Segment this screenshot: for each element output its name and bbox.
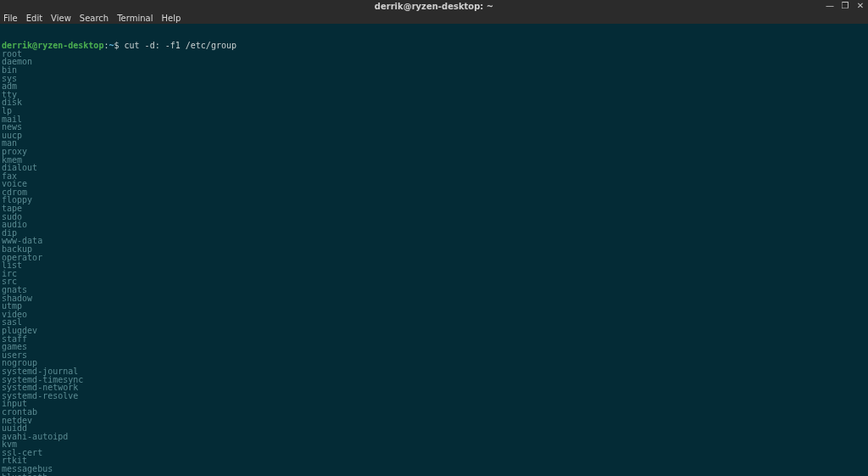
output-line: dialout <box>2 164 866 172</box>
output-line: input <box>2 400 866 408</box>
output-line: avahi-autoipd <box>2 433 866 441</box>
window-title: derrik@ryzen-desktop: ~ <box>375 2 493 11</box>
output-line: kmem <box>2 156 866 165</box>
prompt-line: derrik@ryzen-desktop:~$ cut -d: -f1 /etc… <box>2 42 866 50</box>
output-line: audio <box>2 221 866 229</box>
prompt-command: cut -d: -f1 /etc/group <box>125 41 236 50</box>
output-line: floppy <box>2 196 866 204</box>
window-titlebar: derrik@ryzen-desktop: ~ — ❐ ✕ <box>0 0 868 12</box>
output-line: mail <box>2 115 866 124</box>
output-line: plugdev <box>2 327 866 335</box>
output-line: bin <box>2 66 866 75</box>
output-line: man <box>2 139 866 148</box>
output-line: uucp <box>2 132 866 140</box>
output-line: proxy <box>2 148 866 156</box>
window-controls: — ❐ ✕ <box>826 0 865 12</box>
menu-terminal[interactable]: Terminal <box>117 14 153 23</box>
output-line: messagebus <box>2 465 866 473</box>
output-line: systemd-journal <box>2 367 866 376</box>
output-line: bluetooth <box>2 473 866 476</box>
terminal-viewport[interactable]: derrik@ryzen-desktop:~$ cut -d: -f1 /etc… <box>0 24 868 476</box>
output-line: sudo <box>2 213 866 221</box>
output-line: operator <box>2 254 866 262</box>
output-line: users <box>2 351 866 360</box>
output-line: voice <box>2 180 866 188</box>
output-line: tty <box>2 91 866 99</box>
output-line: cdrom <box>2 188 866 197</box>
output-line: ssl-cert <box>2 449 866 457</box>
output-line: kvm <box>2 440 866 449</box>
menu-view[interactable]: View <box>51 14 71 23</box>
output-line: src <box>2 277 866 286</box>
menu-edit[interactable]: Edit <box>26 14 42 23</box>
output-line: daemon <box>2 58 866 66</box>
output-line: www-data <box>2 237 866 245</box>
output-line: backup <box>2 245 866 254</box>
output-line: utmp <box>2 302 866 311</box>
output-line: irc <box>2 270 866 278</box>
output-line: disk <box>2 98 866 107</box>
maximize-icon[interactable]: ❐ <box>841 2 849 10</box>
output-line: list <box>2 261 866 270</box>
output-line: root <box>2 50 866 59</box>
output-line: systemd-network <box>2 384 866 392</box>
output-line: games <box>2 343 866 351</box>
output-line: nogroup <box>2 359 866 367</box>
output-line: gnats <box>2 286 866 294</box>
terminal-output: rootdaemonbinsysadmttydisklpmailnewsuucp… <box>2 50 866 476</box>
close-icon[interactable]: ✕ <box>856 2 865 10</box>
output-line: tape <box>2 204 866 213</box>
menu-file[interactable]: File <box>3 14 18 23</box>
output-line: systemd-timesync <box>2 376 866 384</box>
output-line: fax <box>2 172 866 181</box>
prompt-dollar: $ <box>114 41 124 50</box>
output-line: shadow <box>2 294 866 303</box>
menu-help[interactable]: Help <box>161 14 181 23</box>
output-line: crontab <box>2 408 866 417</box>
output-line: rtkit <box>2 456 866 465</box>
output-line: sys <box>2 75 866 83</box>
output-line: lp <box>2 107 866 115</box>
minimize-icon[interactable]: — <box>826 2 834 10</box>
output-line: video <box>2 311 866 319</box>
output-line: staff <box>2 335 866 344</box>
output-line: news <box>2 123 866 132</box>
output-line: netdev <box>2 417 866 425</box>
output-line: sasl <box>2 318 866 327</box>
output-line: dip <box>2 229 866 238</box>
menu-search[interactable]: Search <box>80 14 108 23</box>
output-line: uuidd <box>2 424 866 433</box>
output-line: adm <box>2 82 866 91</box>
menubar: File Edit View Search Terminal Help <box>0 12 868 24</box>
output-line: systemd-resolve <box>2 392 866 400</box>
